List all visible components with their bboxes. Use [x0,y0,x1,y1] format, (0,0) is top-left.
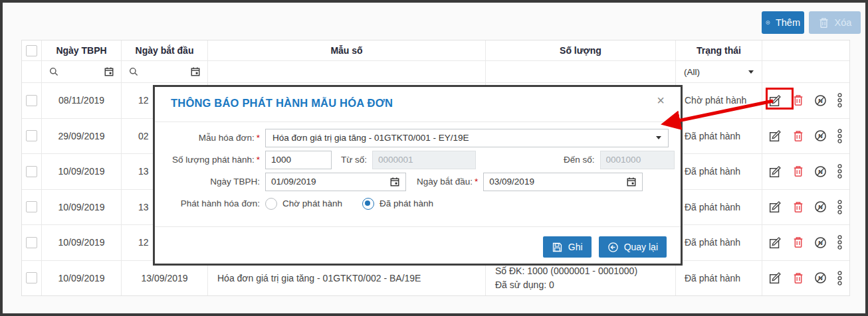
invoice-template-select[interactable]: Hóa đơn giá trị gia tăng - 01GTKT0/001 -… [265,129,669,147]
cancel-release-button[interactable] [814,272,827,284]
save-button[interactable]: Ghi [543,236,592,258]
row-checkbox[interactable] [26,201,37,212]
radio-label: Đã phát hành [380,198,433,208]
cell-ngay-tbph: 29/09/2019 [42,119,122,154]
plus-circle-icon [766,17,770,29]
header-actions [762,40,848,60]
chevron-down-icon [656,136,661,139]
cancel-release-button[interactable] [814,236,827,249]
required-mark: * [475,177,478,187]
delete-button[interactable]: Xóa [809,11,861,34]
ban-n-icon [814,236,827,249]
ban-n-icon [814,94,827,107]
table-filter-row: (All) [22,61,849,83]
trash-icon [792,236,804,249]
calendar-icon[interactable] [104,66,114,77]
more-options-button[interactable] [837,163,843,179]
more-options-button[interactable] [837,234,843,250]
kebab-menu-icon [837,128,843,144]
calendar-icon[interactable] [626,177,637,187]
divider [155,226,681,227]
radio-cho-phat-hanh[interactable] [265,198,277,210]
more-options-button[interactable] [837,199,843,215]
header-trang-thai: Trạng thái [676,40,762,60]
delete-button-label: Xóa [835,17,852,28]
edit-button[interactable] [768,271,782,285]
trash-icon [818,17,829,29]
more-options-button[interactable] [837,92,843,108]
from-number-input [372,151,476,169]
delete-row-button[interactable] [792,129,804,143]
status-filter-dropdown[interactable]: (All) [676,61,762,82]
kebab-menu-icon [837,199,843,215]
back-button-label: Quay lại [624,242,658,252]
start-date-input[interactable]: 03/09/2019 [483,173,643,191]
tbph-date-value: 01/09/2019 [271,177,316,187]
row-checkbox[interactable] [26,166,37,177]
app-window: Thêm Xóa Ngày TBPH Ngày bắt đầu Mẫu số S… [0,0,868,316]
delete-row-button[interactable] [792,165,804,178]
table-row: 10/09/2019 13/09/2019 Hóa đơn giá trị gi… [22,261,849,296]
delete-row-button[interactable] [792,94,804,107]
cell-ngay-tbph: 10/09/2019 [42,225,122,260]
cancel-release-button[interactable] [814,129,827,142]
cell-status: Đã phát hành [676,154,762,189]
cell-so-luong: Số ĐK: 1000 (0000001 - 0001000)Đã sử dụn… [486,261,676,296]
select-all-checkbox[interactable] [26,45,37,56]
dialog-form: Mẫu hóa đơn:* Hóa đơn giá trị gia tăng -… [155,127,681,214]
calendar-icon[interactable] [389,177,400,187]
start-date-label: Ngày bắt đầu:* [417,177,478,187]
field-label: Ngày TBPH: [155,177,260,187]
cell-actions [762,225,848,260]
header-so-luong: Số lượng [486,40,676,60]
cell-ngay-tbph: 10/09/2019 [42,261,122,296]
search-icon[interactable] [49,66,59,77]
annotation-arrow [655,93,781,131]
trash-icon [792,165,804,178]
kebab-menu-icon [837,163,843,179]
cancel-release-button[interactable] [814,200,827,213]
more-options-button[interactable] [837,128,843,144]
dialog-title: THÔNG BÁO PHÁT HÀNH MẪU HÓA ĐƠN [171,97,393,110]
edit-button[interactable] [768,165,782,179]
calendar-icon[interactable] [190,66,201,77]
delete-row-button[interactable] [792,272,804,285]
cell-ngay-tbph: 10/09/2019 [42,154,122,189]
back-button[interactable]: Quay lại [599,236,667,258]
delete-row-button[interactable] [792,236,804,249]
more-options-button[interactable] [837,270,843,286]
field-label: Phát hành hóa đơn: [155,198,260,208]
quantity-input[interactable] [265,151,332,169]
delete-row-button[interactable] [792,200,804,214]
required-mark: * [257,155,260,165]
dialog-footer: Ghi Quay lại [543,236,667,258]
back-arrow-icon [607,242,619,253]
edit-button[interactable] [768,200,782,214]
search-icon[interactable] [128,66,139,77]
radio-label: Chờ phát hành [282,198,342,208]
radio-da-phat-hanh[interactable] [362,198,374,210]
cancel-release-button[interactable] [814,94,827,107]
row-checkbox[interactable] [26,237,37,248]
filter-ngay-bat-dau [122,61,208,82]
cell-ngay-tbph: 10/09/2019 [42,190,122,225]
cell-mau-so: Hóa đơn giá trị gia tăng - 01GTKT0/002 -… [208,261,486,296]
row-checkbox[interactable] [26,95,37,106]
row-checkbox[interactable] [26,130,37,141]
ban-n-icon [814,272,827,284]
tbph-date-input[interactable]: 01/09/2019 [265,173,406,191]
add-button[interactable]: Thêm [762,11,804,34]
edit-button[interactable] [768,236,782,250]
cell-status: Đã phát hành [676,261,762,296]
kebab-menu-icon [837,92,843,108]
trash-icon [792,129,804,143]
header-mau-so: Mẫu số [208,40,486,60]
cancel-release-button[interactable] [814,165,827,178]
field-label: Mẫu hóa đơn:* [155,133,260,143]
row-checkbox[interactable] [26,272,37,283]
save-button-label: Ghi [568,242,583,252]
to-number-label: Đến số: [564,155,595,165]
header-check-cell [22,40,42,60]
ban-n-icon [814,165,827,178]
trash-icon [792,200,804,214]
